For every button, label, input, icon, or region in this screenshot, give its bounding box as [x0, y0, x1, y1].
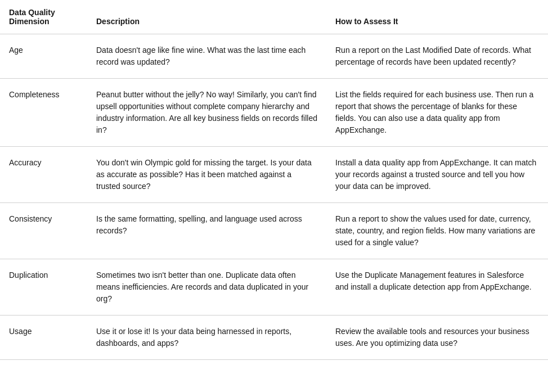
header-dimension: Data Quality Dimension	[0, 0, 87, 34]
table-row: AccuracyYou don't win Olympic gold for m…	[0, 147, 548, 203]
table-row: UsageUse it or lose it! Is your data bei…	[0, 316, 548, 360]
header-assess: How to Assess It	[326, 0, 548, 34]
cell-dimension: Accuracy	[0, 147, 87, 203]
table-row: CompletenessPeanut butter without the je…	[0, 79, 548, 147]
cell-description: You don't win Olympic gold for missing t…	[87, 147, 326, 203]
cell-dimension: Usage	[0, 316, 87, 360]
cell-description: Sometimes two isn't better than one. Dup…	[87, 259, 326, 316]
cell-assess: Run a report on the Last Modified Date o…	[326, 34, 548, 79]
table-row: ConsistencyIs the same formatting, spell…	[0, 203, 548, 259]
data-quality-table-container: Data Quality Dimension Description How t…	[0, 0, 548, 392]
data-quality-table: Data Quality Dimension Description How t…	[0, 0, 548, 360]
header-description: Description	[87, 0, 326, 34]
cell-dimension: Age	[0, 34, 87, 79]
cell-dimension: Consistency	[0, 203, 87, 259]
cell-assess: List the fields required for each busine…	[326, 79, 548, 147]
cell-assess: Run a report to show the values used for…	[326, 203, 548, 259]
cell-assess: Use the Duplicate Management features in…	[326, 259, 548, 316]
cell-assess: Install a data quality app from AppExcha…	[326, 147, 548, 203]
cell-description: Peanut butter without the jelly? No way!…	[87, 79, 326, 147]
table-row: DuplicationSometimes two isn't better th…	[0, 259, 548, 316]
table-row: AgeData doesn't age like fine wine. What…	[0, 34, 548, 79]
cell-description: Use it or lose it! Is your data being ha…	[87, 316, 326, 360]
cell-dimension: Completeness	[0, 79, 87, 147]
cell-description: Data doesn't age like fine wine. What wa…	[87, 34, 326, 79]
cell-dimension: Duplication	[0, 259, 87, 316]
cell-assess: Review the available tools and resources…	[326, 316, 548, 360]
cell-description: Is the same formatting, spelling, and la…	[87, 203, 326, 259]
